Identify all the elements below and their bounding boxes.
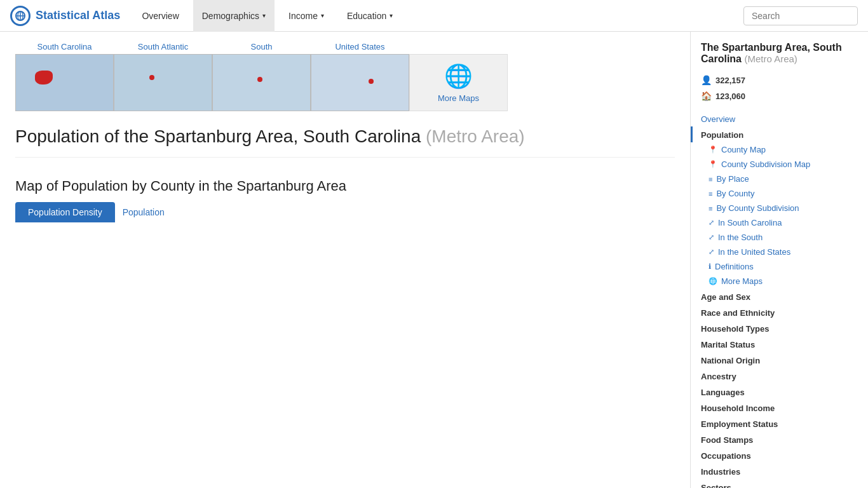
sidebar-food-stamps[interactable]: Food Stamps bbox=[691, 431, 868, 447]
search-input[interactable] bbox=[743, 6, 858, 25]
page-title-muted: (Metro Area) bbox=[426, 126, 525, 146]
nav-income[interactable]: Income ▾ bbox=[280, 0, 333, 32]
sidebar-occupations[interactable]: Occupations bbox=[691, 447, 868, 463]
sidebar-age-sex[interactable]: Age and Sex bbox=[691, 288, 868, 304]
main-nav: Statistical Atlas Overview Demographics … bbox=[0, 0, 868, 32]
sidebar-location-type: (Metro Area) bbox=[744, 53, 797, 64]
map-thumb-us-label: United States bbox=[335, 42, 384, 51]
person-icon: 👤 bbox=[701, 72, 712, 88]
pin-icon-2: 📍 bbox=[709, 160, 717, 168]
info-icon: ℹ bbox=[709, 262, 711, 271]
pin-icon: 📍 bbox=[709, 146, 717, 154]
sidebar-race-ethnicity[interactable]: Race and Ethnicity bbox=[691, 304, 868, 320]
logo-text: Statistical Atlas bbox=[36, 9, 120, 22]
sidebar-in-us[interactable]: ⤢ In the United States bbox=[691, 245, 868, 259]
sort-icon: ≡ bbox=[709, 175, 712, 183]
nav-overview[interactable]: Overview bbox=[133, 0, 187, 32]
more-maps-label: More Maps bbox=[438, 93, 479, 103]
map-thumb-south[interactable]: South bbox=[212, 42, 311, 111]
home-icon: 🏠 bbox=[701, 88, 712, 104]
chevron-down-icon: ▾ bbox=[321, 12, 324, 19]
sidebar-population-header[interactable]: Population bbox=[691, 126, 868, 142]
sidebar-population: 322,157 bbox=[715, 73, 745, 88]
sidebar-languages[interactable]: Languages bbox=[691, 384, 868, 400]
map-thumb-us-img bbox=[311, 54, 409, 111]
sidebar-by-county-subdivision[interactable]: ≡ By County Subdivision bbox=[691, 201, 868, 215]
nav-demographics[interactable]: Demographics ▾ bbox=[193, 0, 275, 32]
sidebar-in-the-south[interactable]: ⤢ In the South bbox=[691, 230, 868, 245]
sidebar-national-origin[interactable]: National Origin bbox=[691, 352, 868, 368]
logo-icon bbox=[10, 6, 31, 26]
expand-icon-3: ⤢ bbox=[709, 248, 714, 256]
main-content: South Carolina South Atlantic South bbox=[0, 32, 690, 488]
sidebar-industries[interactable]: Industries bbox=[691, 463, 868, 479]
expand-icon: ⤢ bbox=[709, 219, 714, 227]
nav-education[interactable]: Education ▾ bbox=[338, 0, 402, 32]
map-thumb-sc[interactable]: South Carolina bbox=[15, 42, 114, 111]
sort-icon-2: ≡ bbox=[709, 190, 712, 198]
map-thumb-more[interactable]: x 🌐 More Maps bbox=[409, 42, 508, 111]
sidebar-stats: 👤 322,157 🏠 123,060 bbox=[691, 67, 868, 112]
chevron-down-icon: ▾ bbox=[262, 12, 266, 19]
map-thumb-south-img bbox=[212, 54, 311, 111]
globe-icon: 🌐 bbox=[444, 63, 473, 90]
sidebar-overview[interactable]: Overview bbox=[691, 112, 868, 126]
map-thumb-south-label: South bbox=[251, 42, 273, 51]
sidebar-definitions[interactable]: ℹ Definitions bbox=[691, 259, 868, 274]
sidebar-household-income[interactable]: Household Income bbox=[691, 400, 868, 416]
sidebar-sectors[interactable]: Sectors bbox=[691, 479, 868, 488]
map-thumb-sa-img bbox=[114, 54, 212, 111]
globe-icon-sidebar: 🌐 bbox=[709, 277, 717, 285]
page-heading: Population of the Spartanburg Area, Sout… bbox=[15, 126, 675, 158]
sort-icon-3: ≡ bbox=[709, 205, 712, 212]
sidebar-by-place[interactable]: ≡ By Place bbox=[691, 172, 868, 186]
sidebar-by-county[interactable]: ≡ By County bbox=[691, 186, 868, 201]
map-thumb-sc-label: South Carolina bbox=[37, 42, 92, 51]
sidebar-ancestry[interactable]: Ancestry bbox=[691, 368, 868, 384]
sidebar-location-name: The Spartanburg Area, South Carolina (Me… bbox=[691, 42, 868, 67]
page-layout: South Carolina South Atlantic South bbox=[0, 32, 868, 488]
site-logo[interactable]: Statistical Atlas bbox=[10, 6, 120, 26]
expand-icon-2: ⤢ bbox=[709, 233, 714, 241]
sidebar-household-types[interactable]: Household Types bbox=[691, 320, 868, 336]
page-title-main: Population of the Spartanburg Area, Sout… bbox=[15, 126, 421, 146]
sidebar-marital-status[interactable]: Marital Status bbox=[691, 336, 868, 352]
sidebar-county-subdivision-map[interactable]: 📍 County Subdivision Map bbox=[691, 157, 868, 172]
sidebar-county-map[interactable]: 📍 County Map bbox=[691, 142, 868, 157]
sidebar: The Spartanburg Area, South Carolina (Me… bbox=[690, 32, 868, 488]
tab-population-density[interactable]: Population Density bbox=[15, 202, 115, 222]
sidebar-in-south-carolina[interactable]: ⤢ In South Carolina bbox=[691, 215, 868, 230]
section-heading: Map of Population by County in the Spart… bbox=[15, 178, 675, 194]
chevron-down-icon: ▾ bbox=[390, 12, 393, 19]
sidebar-employment-status[interactable]: Employment Status bbox=[691, 416, 868, 431]
map-thumb-us[interactable]: United States bbox=[311, 42, 409, 111]
map-thumb-sa[interactable]: South Atlantic bbox=[114, 42, 212, 111]
map-thumbnails-row: South Carolina South Atlantic South bbox=[15, 42, 675, 111]
tab-population[interactable]: Population bbox=[123, 207, 165, 217]
map-thumb-sc-img bbox=[15, 54, 114, 111]
sidebar-households: 123,060 bbox=[715, 89, 745, 104]
more-maps-tile[interactable]: 🌐 More Maps bbox=[409, 54, 508, 111]
sidebar-more-maps[interactable]: 🌐 More Maps bbox=[691, 274, 868, 288]
map-thumb-sa-label: South Atlantic bbox=[138, 42, 189, 51]
